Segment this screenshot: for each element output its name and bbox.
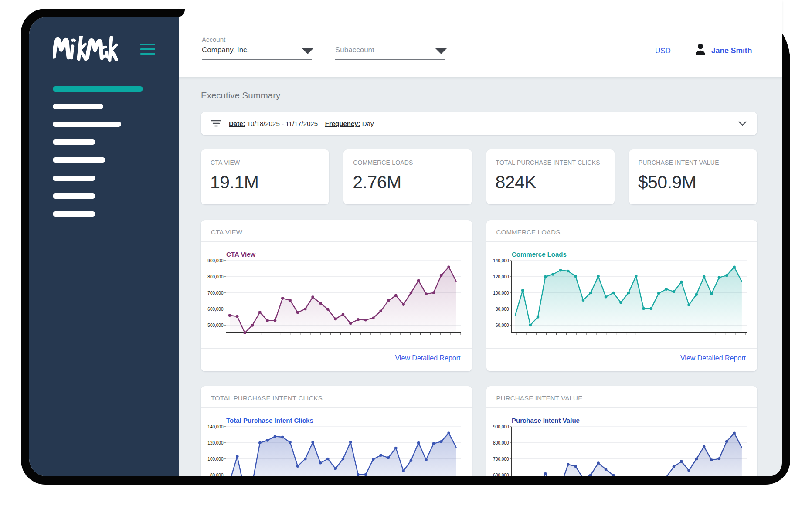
svg-text:700,000: 700,000 — [493, 457, 509, 461]
svg-text:140,000: 140,000 — [493, 258, 509, 263]
svg-text:100,000: 100,000 — [493, 291, 509, 295]
svg-text:Purchase Intent Value: Purchase Intent Value — [512, 417, 580, 424]
svg-text:140,000: 140,000 — [207, 424, 224, 429]
svg-text:600,000: 600,000 — [493, 473, 509, 477]
svg-text:800,000: 800,000 — [207, 275, 224, 279]
svg-text:900,000: 900,000 — [207, 258, 224, 263]
svg-text:60,000: 60,000 — [495, 323, 509, 328]
svg-text:500,000: 500,000 — [207, 323, 224, 328]
svg-text:800,000: 800,000 — [493, 441, 509, 445]
svg-text:80,000: 80,000 — [495, 307, 509, 312]
svg-text:700,000: 700,000 — [207, 291, 224, 295]
svg-text:900,000: 900,000 — [493, 424, 509, 429]
svg-text:Commerce Loads: Commerce Loads — [512, 251, 567, 258]
svg-text:120,000: 120,000 — [207, 441, 224, 445]
svg-text:80,000: 80,000 — [210, 473, 224, 477]
svg-text:600,000: 600,000 — [207, 307, 224, 312]
svg-text:100,000: 100,000 — [207, 457, 224, 461]
svg-text:Total Purchase Intent Clicks: Total Purchase Intent Clicks — [226, 417, 313, 424]
svg-text:CTA View: CTA View — [226, 251, 256, 258]
svg-text:120,000: 120,000 — [493, 275, 509, 279]
